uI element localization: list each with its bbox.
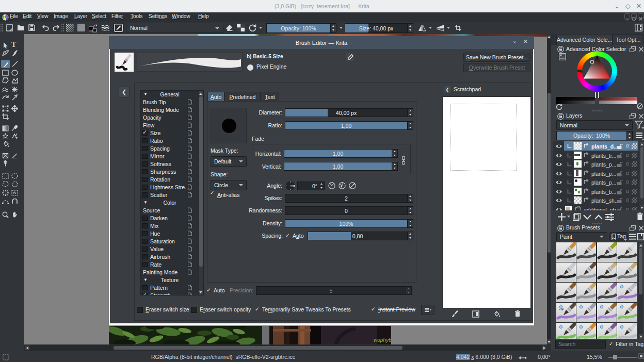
svg-text:wophy6: wophy6 [374, 337, 391, 343]
